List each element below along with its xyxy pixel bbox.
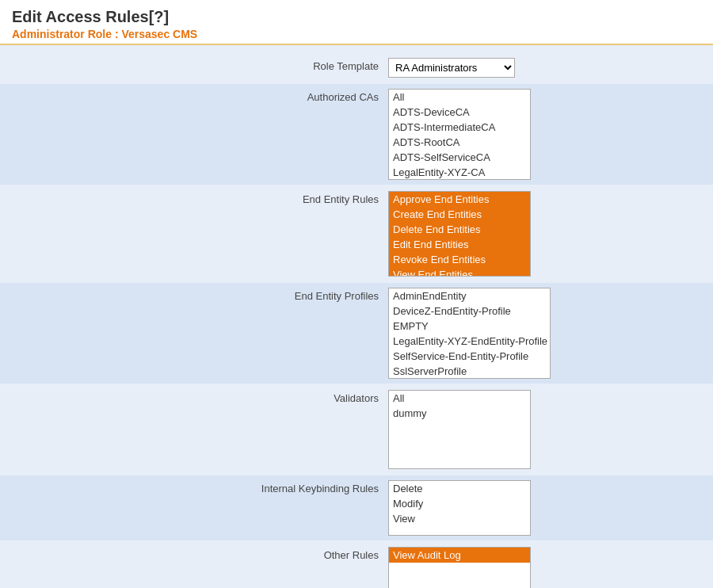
authorized-cas-label: Authorized CAs <box>0 89 388 103</box>
end-entity-rules-listbox[interactable]: Approve End EntitiesCreate End EntitiesD… <box>388 191 531 277</box>
end-entity-profiles-row: End Entity Profiles AdminEndEntityDevice… <box>0 283 713 384</box>
other-rules-label: Other Rules <box>0 547 388 561</box>
validators-label: Validators <box>0 390 388 404</box>
page-header: Edit Access Rules[?] Administrator Role … <box>0 0 713 45</box>
list-item[interactable]: ADTS-SelfServiceCA <box>389 150 530 165</box>
other-rules-control: View Audit Log <box>388 547 555 588</box>
page-subtitle: Administrator Role : Versasec CMS <box>12 28 701 40</box>
form-area: Role Template RA AdministratorsSuper Adm… <box>0 45 713 588</box>
list-item[interactable]: View <box>389 511 530 526</box>
end-entity-profiles-listbox[interactable]: AdminEndEntityDeviceZ-EndEntity-ProfileE… <box>388 288 551 379</box>
list-item[interactable]: All <box>389 90 530 105</box>
list-item[interactable]: Modify <box>389 496 530 511</box>
other-rules-row: Other Rules View Audit Log <box>0 542 713 588</box>
role-template-row: Role Template RA AdministratorsSuper Adm… <box>0 53 713 82</box>
list-item[interactable]: EMPTY <box>389 319 550 334</box>
end-entity-rules-control: Approve End EntitiesCreate End EntitiesD… <box>388 191 555 277</box>
authorized-cas-row: Authorized CAs AllADTS-DeviceCAADTS-Inte… <box>0 84 713 185</box>
validators-control: Alldummy <box>388 390 555 469</box>
validators-row: Validators Alldummy <box>0 385 713 474</box>
list-item[interactable]: Delete <box>389 481 530 496</box>
internal-keybinding-row: Internal Keybinding Rules DeleteModifyVi… <box>0 475 713 540</box>
list-item[interactable]: DeviceZ-EndEntity-Profile <box>389 304 550 319</box>
list-item[interactable]: Revoke End Entities <box>389 252 530 267</box>
end-entity-rules-row: End Entity Rules Approve End EntitiesCre… <box>0 186 713 281</box>
page-title: Edit Access Rules[?] <box>12 8 701 26</box>
list-item[interactable]: dummy <box>389 406 530 421</box>
list-item[interactable]: Approve End Entities <box>389 192 530 207</box>
role-template-control: RA AdministratorsSuper AdministratorCust… <box>388 58 555 78</box>
list-item[interactable]: Delete End Entities <box>389 222 530 237</box>
list-item[interactable]: View Audit Log <box>389 548 530 563</box>
list-item[interactable]: LegalEntity-XYZ-CA <box>389 165 530 180</box>
list-item[interactable]: View End Entities <box>389 267 530 277</box>
end-entity-profiles-label: End Entity Profiles <box>0 288 388 302</box>
list-item[interactable]: ADTS-DeviceCA <box>389 105 530 120</box>
list-item[interactable]: All <box>389 391 530 406</box>
list-item[interactable]: AdminEndEntity <box>389 288 550 304</box>
list-item[interactable]: ADTS-IntermediateCA <box>389 120 530 135</box>
list-item[interactable]: LegalEntity-XYZ-EndEntity-Profile <box>389 334 550 349</box>
other-rules-listbox[interactable]: View Audit Log <box>388 547 531 588</box>
end-entity-profiles-control: AdminEndEntityDeviceZ-EndEntity-ProfileE… <box>388 288 555 379</box>
list-item[interactable]: Edit End Entities <box>389 237 530 252</box>
internal-keybinding-label: Internal Keybinding Rules <box>0 480 388 494</box>
end-entity-rules-label: End Entity Rules <box>0 191 388 205</box>
authorized-cas-control: AllADTS-DeviceCAADTS-IntermediateCAADTS-… <box>388 89 555 180</box>
keybinding-listbox[interactable]: DeleteModifyView <box>388 480 531 536</box>
page-wrapper: Edit Access Rules[?] Administrator Role … <box>0 0 713 588</box>
list-item[interactable]: ADTS-RootCA <box>389 135 530 150</box>
list-item[interactable]: Create End Entities <box>389 207 530 222</box>
validators-listbox[interactable]: Alldummy <box>388 390 531 469</box>
authorized-cas-listbox[interactable]: AllADTS-DeviceCAADTS-IntermediateCAADTS-… <box>388 89 531 180</box>
role-template-select[interactable]: RA AdministratorsSuper AdministratorCust… <box>388 58 515 78</box>
role-template-label: Role Template <box>0 58 388 72</box>
list-item[interactable]: SelfService-End-Entity-Profile <box>389 349 550 364</box>
list-item[interactable]: SslServerProfile <box>389 364 550 379</box>
internal-keybinding-control: DeleteModifyView <box>388 480 555 536</box>
